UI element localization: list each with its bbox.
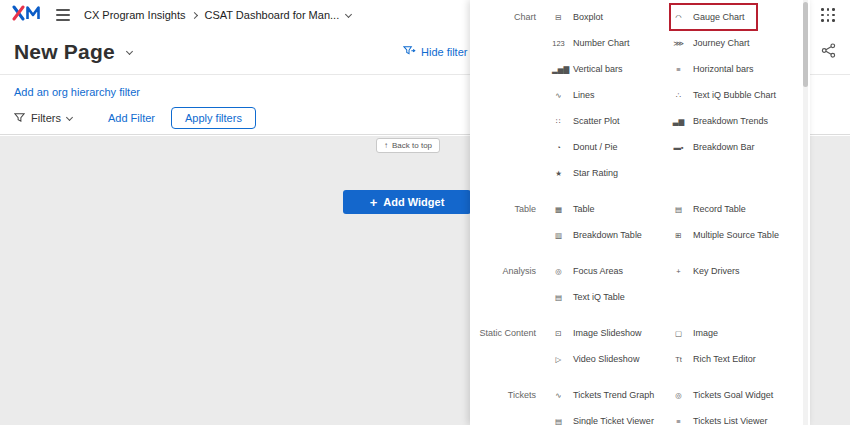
share-button[interactable] <box>821 43 836 61</box>
tickets-goal-widget-icon: ◎ <box>672 391 685 400</box>
menu-section-table: Table▦Table▤Record Table▥Breakdown Table… <box>470 196 810 248</box>
widget-item-focus-areas[interactable]: ◎Focus Areas <box>550 258 670 284</box>
menu-category-label: Chart <box>470 4 550 186</box>
key-drivers-icon: + <box>672 267 685 276</box>
filters-label: Filters <box>31 112 61 124</box>
widget-item-label: Lines <box>573 90 595 100</box>
focus-areas-icon: ◎ <box>552 267 565 276</box>
xm-logo-graphic <box>12 5 42 21</box>
rich-text-editor-icon: Tt <box>672 355 685 364</box>
widget-item-single-ticket-viewer[interactable]: ▤Single Ticket Viewer <box>550 408 670 425</box>
widget-item-label: Record Table <box>693 204 746 214</box>
page-title-chevron-down-icon[interactable] <box>126 47 133 54</box>
app-grid-icon[interactable] <box>821 8 836 23</box>
widget-item-lines[interactable]: ∿Lines <box>550 82 670 108</box>
widget-item-label: Breakdown Table <box>573 230 642 240</box>
topbar-right <box>821 8 836 23</box>
widget-item-gauge-chart[interactable]: ◠Gauge Chart <box>670 4 757 30</box>
widget-item-label: Horizontal bars <box>693 64 754 74</box>
add-filter-button[interactable]: Add Filter <box>108 112 155 124</box>
widget-item-table[interactable]: ▦Table <box>550 196 670 222</box>
dashboard-chevron-down-icon[interactable] <box>345 10 352 17</box>
xm-logo <box>12 5 42 25</box>
widget-item-label: Table <box>573 204 595 214</box>
widget-item-label: Text iQ Bubble Chart <box>693 90 776 100</box>
hamburger-menu-icon[interactable] <box>56 9 70 21</box>
apply-filters-button[interactable]: Apply filters <box>171 107 256 129</box>
hide-filters-button[interactable]: Hide filter <box>403 45 467 58</box>
single-ticket-viewer-icon: ▤ <box>552 417 565 425</box>
menu-category-label: Tickets <box>470 382 550 425</box>
back-to-top-button[interactable]: ↑ Back to top <box>376 138 440 153</box>
breadcrumb-separator-icon <box>191 11 198 18</box>
widget-item-key-drivers[interactable]: +Key Drivers <box>670 258 790 284</box>
widget-item-label: Multiple Source Table <box>693 230 779 240</box>
menu-section-static-content: Static Content⊡Image Slideshow▢Image▷Vid… <box>470 320 810 372</box>
widget-item-image-slideshow[interactable]: ⊡Image Slideshow <box>550 320 670 346</box>
tickets-trend-graph-icon: ∿ <box>552 391 565 400</box>
widget-item-text-iq-bubble-chart[interactable]: ∴Text iQ Bubble Chart <box>670 82 790 108</box>
number-chart-icon: 123 <box>552 39 565 48</box>
widget-item-label: Boxplot <box>573 12 603 22</box>
widget-item-boxplot[interactable]: ⊟Boxplot <box>550 4 670 30</box>
record-table-icon: ▤ <box>672 205 685 214</box>
widget-item-label: Tickets Goal Widget <box>693 390 773 400</box>
text-iq-bubble-chart-icon: ∴ <box>672 91 685 100</box>
widget-item-rich-text-editor[interactable]: TtRich Text Editor <box>670 346 790 372</box>
widget-item-breakdown-bar[interactable]: ▬▪Breakdown Bar <box>670 134 790 160</box>
table-icon: ▦ <box>552 205 565 214</box>
widget-item-label: Star Rating <box>573 168 618 178</box>
breadcrumb-dashboard[interactable]: CSAT Dashboard for Man... <box>204 9 339 21</box>
widget-item-record-table[interactable]: ▤Record Table <box>670 196 790 222</box>
widget-item-scatter-plot[interactable]: ∷Scatter Plot <box>550 108 670 134</box>
breadcrumb-program[interactable]: CX Program Insights <box>84 9 185 21</box>
multiple-source-table-icon: ⊞ <box>672 231 685 240</box>
widget-item-tickets-list-viewer[interactable]: ≡Tickets List Viewer <box>670 408 790 425</box>
widget-item-label: Donut / Pie <box>573 142 618 152</box>
widget-item-label: Breakdown Bar <box>693 142 755 152</box>
widget-item-label: Focus Areas <box>573 266 623 276</box>
widget-item-vertical-bars[interactable]: ▂▅▇Vertical bars <box>550 56 670 82</box>
widget-item-star-rating[interactable]: ★Star Rating <box>550 160 670 186</box>
widget-item-label: Tickets List Viewer <box>693 416 768 425</box>
widget-item-number-chart[interactable]: 123Number Chart <box>550 30 670 56</box>
menu-grid: ⊟Boxplot◠Gauge Chart123Number Chart⋙Jour… <box>550 4 790 186</box>
add-widget-button[interactable]: + Add Widget <box>343 190 471 214</box>
widget-item-label: Tickets Trend Graph <box>573 390 654 400</box>
panel-scrollbar-thumb[interactable] <box>803 2 808 87</box>
text-iq-table-icon: ▤ <box>552 293 565 302</box>
widget-item-text-iq-table[interactable]: ▤Text iQ Table <box>550 284 670 310</box>
widget-item-multiple-source-table[interactable]: ⊞Multiple Source Table <box>670 222 790 248</box>
widget-item-journey-chart[interactable]: ⋙Journey Chart <box>670 30 790 56</box>
menu-section-chart: Chart⊟Boxplot◠Gauge Chart123Number Chart… <box>470 4 810 186</box>
widget-item-breakdown-trends[interactable]: ▃▆Breakdown Trends <box>670 108 790 134</box>
widget-item-image[interactable]: ▢Image <box>670 320 790 346</box>
funnel-icon <box>14 112 25 125</box>
widget-item-tickets-goal-widget[interactable]: ◎Tickets Goal Widget <box>670 382 790 408</box>
add-widget-label: Add Widget <box>383 196 444 208</box>
donut-pie-icon: ◔ <box>552 143 565 152</box>
widget-item-label: Scatter Plot <box>573 116 620 126</box>
widget-menu-sections: Chart⊟Boxplot◠Gauge Chart123Number Chart… <box>470 4 810 425</box>
add-org-hierarchy-filter-link[interactable]: Add an org hierarchy filter <box>14 86 140 98</box>
widget-item-label: Single Ticket Viewer <box>573 416 654 425</box>
widget-item-label: Gauge Chart <box>693 12 745 22</box>
scatter-plot-icon: ∷ <box>552 117 565 126</box>
vertical-bars-icon: ▂▅▇ <box>552 65 565 74</box>
menu-category-label: Analysis <box>470 258 550 310</box>
widget-item-video-slideshow[interactable]: ▷Video Slideshow <box>550 346 670 372</box>
menu-section-analysis: Analysis◎Focus Areas+Key Drivers▤Text iQ… <box>470 258 810 310</box>
horizontal-bars-icon: ≡ <box>672 65 685 74</box>
breadcrumb: CX Program Insights CSAT Dashboard for M… <box>84 9 351 21</box>
widget-item-breakdown-table[interactable]: ▥Breakdown Table <box>550 222 670 248</box>
filters-toggle[interactable]: Filters <box>14 112 72 125</box>
plus-icon: + <box>370 196 378 209</box>
menu-grid: ▦Table▤Record Table▥Breakdown Table⊞Mult… <box>550 196 790 248</box>
widget-item-donut-pie[interactable]: ◔Donut / Pie <box>550 134 670 160</box>
filters-chevron-down-icon <box>66 113 73 120</box>
widget-item-tickets-trend-graph[interactable]: ∿Tickets Trend Graph <box>550 382 670 408</box>
widget-item-label: Text iQ Table <box>573 292 625 302</box>
widget-item-horizontal-bars[interactable]: ≡Horizontal bars <box>670 56 790 82</box>
panel-scrollbar-track[interactable] <box>803 0 808 425</box>
breakdown-trends-icon: ▃▆ <box>672 117 685 126</box>
